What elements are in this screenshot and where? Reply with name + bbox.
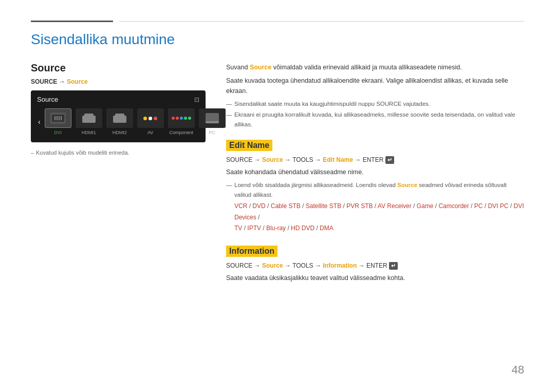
source-item-box-hdmi1	[76, 108, 102, 128]
source-item-component[interactable]: Component	[168, 108, 195, 135]
device-tv: TV	[234, 225, 242, 232]
page-number: 48	[512, 363, 524, 377]
information-link: Information	[323, 262, 357, 269]
source-item-box-pc	[199, 108, 226, 128]
page-container: Sisendallika muutmine Source SOURCE → So…	[0, 0, 555, 392]
edit-name-title: Edit Name	[226, 140, 272, 151]
right-note-1: Sisendalikat saate muuta ka kaugjuhtimis…	[226, 99, 524, 108]
source-item-av[interactable]: AV	[137, 108, 164, 135]
source-items-row: ‹	[37, 108, 199, 135]
component-icon	[172, 117, 191, 120]
hdmi1-label: HDMI1	[82, 130, 96, 135]
component-label: Component	[169, 130, 193, 135]
edit-name-section: Edit Name SOURCE → Source → TOOLS → Edit…	[226, 130, 524, 234]
device-camcorder: Camcorder	[438, 202, 469, 210]
device-dvi-pc: DVI PC	[488, 202, 508, 210]
av-label: AV	[147, 130, 153, 135]
editname-link: Edit Name	[323, 156, 353, 163]
source-items: DVI HDMI1	[45, 108, 226, 135]
source-item-pc[interactable]: PC	[199, 108, 226, 135]
information-desc: Saate vaadata üksikasjalikku teavet vali…	[226, 273, 524, 283]
source-item-hdmi1[interactable]: HDMI1	[76, 108, 102, 135]
enter-icon-editname: ↵	[385, 156, 394, 164]
av-icon	[143, 117, 157, 120]
device-dma: DMA	[320, 225, 334, 232]
edit-name-note: Loend võib sisaldada järgmisi allikasead…	[226, 180, 524, 199]
source-link-editname: Source	[262, 156, 283, 163]
rule-left	[31, 21, 113, 22]
content-area: Source SOURCE → Source Source ⊡ ‹	[31, 62, 524, 286]
device-iptv: IPTV	[247, 225, 261, 232]
source-panel-header: Source ⊡	[37, 96, 199, 103]
source-item-hdmi2[interactable]: HDMI2	[106, 108, 133, 135]
right-note-2: Ekraani ei pruugita korralikult kuvada, …	[226, 110, 524, 129]
source-panel-icon: ⊡	[194, 96, 199, 103]
hdmi2-label: HDMI2	[113, 130, 127, 135]
source-item-box-hdmi2	[106, 108, 133, 128]
left-column: Source SOURCE → Source Source ⊡ ‹	[31, 62, 206, 286]
left-nav-button[interactable]: ‹	[37, 118, 42, 126]
device-satellite-stb: Satellite STB	[306, 202, 341, 210]
device-vcr: VCR	[234, 202, 247, 210]
source-panel: Source ⊡ ‹	[31, 90, 206, 142]
section-title: Source	[31, 62, 206, 74]
device-cable-stb: Cable STB	[271, 202, 301, 210]
edit-name-desc: Saate kohandada ühendatud välisseadme ni…	[226, 167, 524, 177]
dvi-label: DVI	[54, 130, 62, 135]
source-item-box-dvi	[45, 108, 71, 128]
device-game: Game	[417, 202, 434, 210]
information-title: Information	[226, 246, 278, 257]
source-link-intro: Source	[250, 64, 271, 71]
device-pvr-stb: PVR STB	[346, 202, 373, 210]
device-av-receiver: AV Receiver	[378, 202, 412, 210]
pc-label: PC	[209, 130, 215, 135]
enter-icon-info: ↵	[389, 262, 398, 270]
left-footnote: Kuvatud kujutis võib mudeliti erineda.	[31, 150, 206, 156]
dvi-icon	[50, 113, 66, 124]
intro-text-2: Saate kuvada tootega ühendatud allikaloe…	[226, 76, 524, 96]
source-link-info: Source	[262, 262, 283, 269]
edit-name-cmd: SOURCE → Source → TOOLS → Edit Name → EN…	[226, 156, 524, 164]
source-item-box-av	[137, 108, 164, 128]
information-section: Information SOURCE → Source → TOOLS → In…	[226, 236, 524, 283]
breadcrumb: SOURCE → Source	[31, 78, 206, 85]
rule-right	[119, 21, 524, 22]
top-rule	[31, 21, 524, 22]
source-item-box-component	[168, 108, 195, 128]
source-item-dvi[interactable]: DVI	[45, 108, 71, 135]
right-column: Suvand Source võimaldab valida erinevaid…	[226, 62, 524, 286]
hdmi2-icon	[113, 114, 126, 123]
intro-text-1: Suvand Source võimaldab valida erinevaid…	[226, 62, 524, 72]
pc-icon	[206, 113, 219, 123]
source-link-note: Source	[397, 182, 417, 188]
source-panel-title: Source	[37, 96, 58, 103]
device-blu-ray: Blu-ray	[266, 225, 286, 232]
breadcrumb-link[interactable]: Source	[67, 78, 88, 85]
device-dvd: DVD	[252, 202, 265, 210]
information-cmd: SOURCE → Source → TOOLS → Information → …	[226, 262, 524, 270]
hdmi1-icon	[82, 114, 96, 123]
device-hd-dvd: HD DVD	[291, 225, 314, 232]
device-list: VCR / DVD / Cable STB / Satellite STB / …	[226, 201, 524, 234]
page-title: Sisendallika muutmine	[31, 31, 524, 48]
device-pc: PC	[474, 202, 483, 210]
